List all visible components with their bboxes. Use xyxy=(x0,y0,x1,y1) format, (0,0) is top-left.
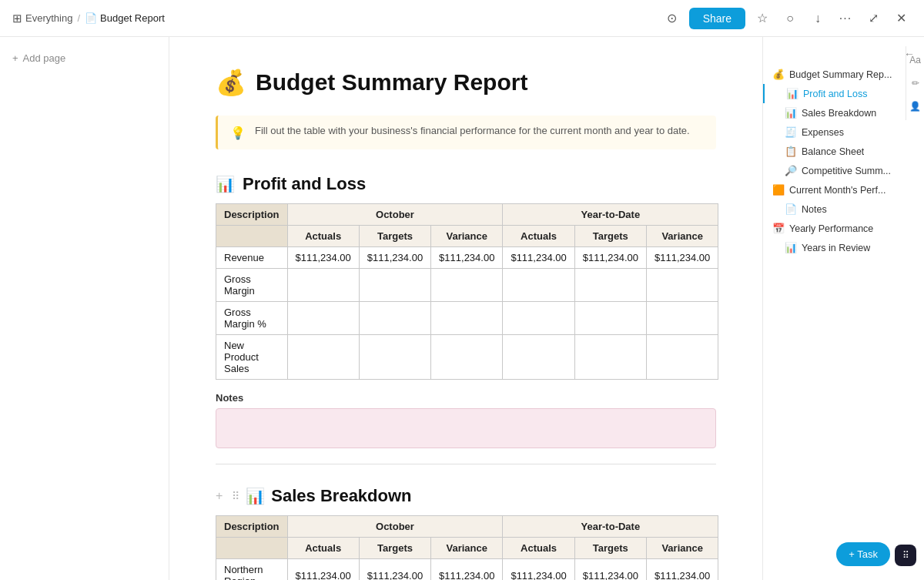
search-icon[interactable]: ○ xyxy=(779,8,801,29)
sidebar-item-label-budget-summary: Budget Summary Rep... xyxy=(789,69,892,80)
sb-row-ytd-variance: $111,234.00 xyxy=(647,559,718,581)
sb-row-oct-actuals: $111,234.00 xyxy=(287,559,359,581)
layout: + Add page 💰 Budget Summary Report 💡 Fil… xyxy=(0,37,924,580)
pl-oct-actuals: Actuals xyxy=(287,226,359,247)
section-add-icon[interactable]: + xyxy=(216,489,223,503)
pl-row-ytd-actuals xyxy=(503,335,574,380)
sidebar-item-label-years-review: Years in Review xyxy=(802,243,870,253)
sidebar-item-icon-balance-sheet: 📋 xyxy=(785,146,797,157)
sidebar-item-label-yearly-performance: Yearly Performance xyxy=(789,223,873,234)
sales-breakdown-section-header: + ⠿ 📊 Sales Breakdown xyxy=(216,486,716,506)
right-sidebar-header: ← xyxy=(763,43,924,65)
section-drag-icon[interactable]: ⠿ xyxy=(232,490,239,502)
sales-breakdown-title: Sales Breakdown xyxy=(271,486,411,506)
table-row: Revenue $111,234.00 $111,234.00 $111,234… xyxy=(216,247,718,269)
pl-col-october: October xyxy=(287,204,503,226)
sidebar-item-icon-years-review: 📊 xyxy=(785,242,797,253)
pl-header-blank xyxy=(216,226,288,247)
sidebar-item-label-profit-loss: Profit and Loss xyxy=(803,89,867,99)
apps-icon[interactable]: ⠿ xyxy=(895,545,916,566)
pl-row-desc: Gross Margin % xyxy=(216,302,288,335)
add-page-button[interactable]: + Add page xyxy=(6,49,162,67)
notes-input[interactable] xyxy=(216,408,716,448)
pl-row-ytd-targets: $111,234.00 xyxy=(574,247,646,269)
pl-row-ytd-variance xyxy=(647,269,718,302)
pl-ytd-actuals: Actuals xyxy=(503,226,574,247)
sidebar-item-budget-summary[interactable]: 💰Budget Summary Rep... xyxy=(763,65,924,84)
sb-ytd-variance: Variance xyxy=(647,538,718,559)
add-page-label: Add page xyxy=(23,52,66,64)
sb-col-ytd: Year-to-Date xyxy=(503,516,718,538)
breadcrumb: ⊞ Everything / 📄 Budget Report xyxy=(12,12,165,25)
pl-row-oct-targets xyxy=(359,269,430,302)
share-button[interactable]: Share xyxy=(689,8,745,29)
collab-tool[interactable]: 👤 xyxy=(906,97,925,116)
sidebar-item-label-competitive: Competitive Summ... xyxy=(802,166,891,176)
table-row: New Product Sales xyxy=(216,335,718,380)
download-icon[interactable]: ↓ xyxy=(807,8,829,29)
sidebar-item-balance-sheet[interactable]: 📋Balance Sheet xyxy=(763,142,924,161)
breadcrumb-sep: / xyxy=(77,12,80,24)
pl-ytd-targets: Targets xyxy=(574,226,646,247)
sb-row-oct-variance: $111,234.00 xyxy=(431,559,503,581)
pl-row-ytd-actuals: $111,234.00 xyxy=(503,247,574,269)
sb-row-oct-targets: $111,234.00 xyxy=(359,559,430,581)
close-icon[interactable]: ✕ xyxy=(890,8,912,29)
sb-col-description: Description xyxy=(216,516,288,538)
sidebar-item-expenses[interactable]: 🧾Expenses xyxy=(763,122,924,142)
sidebar-item-icon-current-month: 🟧 xyxy=(772,184,785,196)
profit-loss-title-row: 📊 Profit and Loss xyxy=(216,174,716,194)
right-tools: Aa ✏ 👤 xyxy=(906,46,924,120)
sb-oct-actuals: Actuals xyxy=(287,538,359,559)
topbar-actions: ⊙ Share ☆ ○ ↓ ··· ⤢ ✕ xyxy=(661,8,912,29)
sb-header-blank xyxy=(216,538,288,559)
everything-link[interactable]: ⊞ Everything xyxy=(12,12,72,25)
page-title-icon: 💰 xyxy=(216,68,246,97)
sales-breakdown-table: Description October Year-to-Date Actuals… xyxy=(216,515,718,580)
sidebar-item-sales-breakdown[interactable]: 📊Sales Breakdown xyxy=(763,103,924,122)
text-format-tool[interactable]: Aa xyxy=(906,51,925,69)
sb-col-october: October xyxy=(287,516,503,538)
pl-row-desc: Gross Margin xyxy=(216,269,288,302)
doc-name: 📄 Budget Report xyxy=(85,12,165,24)
right-sidebar-items: 💰Budget Summary Rep...📊Profit and Loss📊S… xyxy=(763,65,924,257)
pl-row-desc: Revenue xyxy=(216,247,288,269)
profit-loss-table: Description October Year-to-Date Actuals… xyxy=(216,203,718,380)
sidebar-item-yearly-performance[interactable]: 📅Yearly Performance xyxy=(763,219,924,238)
sidebar-item-years-review[interactable]: 📊Years in Review xyxy=(763,238,924,257)
pl-oct-variance: Variance xyxy=(431,226,503,247)
pl-row-oct-targets: $111,234.00 xyxy=(359,247,430,269)
tip-icon: 💡 xyxy=(230,126,246,140)
left-sidebar: + Add page xyxy=(0,37,169,580)
pl-row-oct-actuals: $111,234.00 xyxy=(287,247,359,269)
pl-row-ytd-targets xyxy=(574,269,646,302)
sb-row-ytd-actuals: $111,234.00 xyxy=(503,559,574,581)
sidebar-item-label-balance-sheet: Balance Sheet xyxy=(802,146,864,157)
page-title: Budget Summary Report xyxy=(256,69,527,96)
sidebar-item-label-sales-breakdown: Sales Breakdown xyxy=(802,108,876,119)
pl-row-oct-actuals xyxy=(287,269,359,302)
sb-ytd-actuals: Actuals xyxy=(503,538,574,559)
pl-row-oct-variance xyxy=(431,302,503,335)
sidebar-item-notes[interactable]: 📄Notes xyxy=(763,199,924,219)
sales-breakdown-icon: 📊 xyxy=(246,487,265,505)
edit-tool[interactable]: ✏ xyxy=(906,74,925,92)
sidebar-item-label-notes: Notes xyxy=(802,204,827,215)
task-button[interactable]: + Task xyxy=(836,542,890,566)
tip-text: Fill out the table with your business's … xyxy=(255,125,690,136)
more-icon[interactable]: ··· xyxy=(835,8,856,29)
section-divider xyxy=(216,464,716,464)
pl-row-ytd-targets xyxy=(574,335,646,380)
history-icon[interactable]: ⊙ xyxy=(661,8,683,29)
right-sidebar: ← 💰Budget Summary Rep...📊Profit and Loss… xyxy=(762,37,924,580)
pl-row-oct-variance: $111,234.00 xyxy=(431,247,503,269)
pl-row-oct-targets xyxy=(359,335,430,380)
sidebar-item-competitive[interactable]: 🔎Competitive Summ... xyxy=(763,161,924,180)
pl-oct-targets: Targets xyxy=(359,226,430,247)
star-icon[interactable]: ☆ xyxy=(752,8,773,29)
sidebar-item-profit-loss[interactable]: 📊Profit and Loss xyxy=(763,84,924,103)
expand-icon[interactable]: ⤢ xyxy=(862,8,884,29)
pl-row-oct-actuals xyxy=(287,335,359,380)
pl-row-ytd-variance xyxy=(647,302,718,335)
sidebar-item-current-month[interactable]: 🟧Current Month's Perf... xyxy=(763,180,924,199)
